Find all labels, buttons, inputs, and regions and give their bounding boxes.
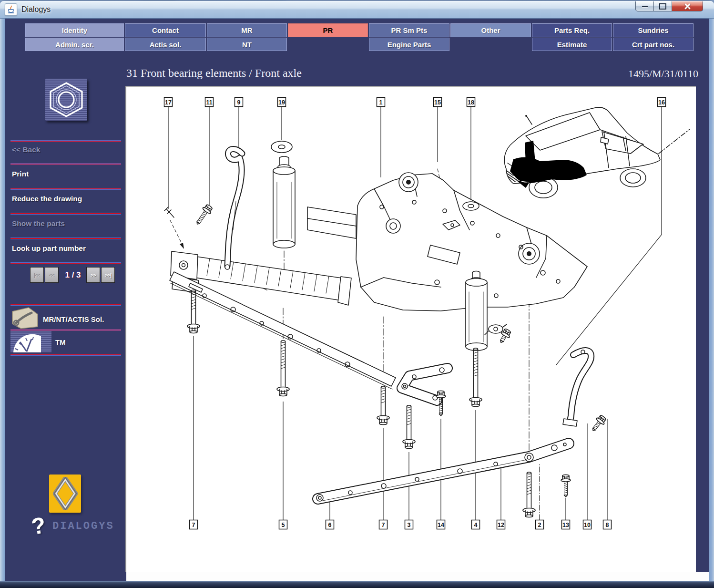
callout-number: 10 — [584, 522, 591, 528]
nut-icon — [45, 79, 87, 121]
tab-engine-parts[interactable]: Engine Parts — [369, 38, 449, 51]
tab-pr[interactable]: PR — [288, 23, 368, 37]
tab-crt-part-nos-[interactable]: Crt part nos. — [613, 38, 694, 51]
app-surface: IdentityContactMRPRPR Sm PtsOtherParts R… — [5, 19, 709, 582]
show-parts-button[interactable]: Show the parts — [12, 219, 122, 228]
window-controls — [635, 1, 703, 11]
callout-number: 17 — [165, 99, 172, 106]
tab-estimate[interactable]: Estimate — [532, 38, 612, 51]
callout-number: 1 — [379, 99, 383, 106]
callout-number: 2 — [538, 522, 541, 528]
minimize-button[interactable] — [635, 1, 654, 11]
titlebar-left: Dialogys — [5, 3, 51, 16]
pagination: |<< << 1 / 3 >> >>| — [30, 267, 116, 283]
callout-number: 4 — [474, 522, 478, 528]
back-button[interactable]: << Back — [12, 145, 122, 154]
divider — [10, 262, 121, 264]
callout-number: 8 — [606, 522, 609, 528]
renault-diamond-icon — [53, 477, 78, 510]
callout-number: 19 — [278, 99, 285, 106]
print-button[interactable]: Print — [12, 170, 122, 178]
push-pin — [164, 207, 184, 249]
help-question-icon: ? — [30, 512, 47, 540]
minimize-icon — [642, 6, 648, 7]
dialogys-wordmark: DIALOGYS — [52, 520, 114, 532]
left-bump-stop — [271, 141, 295, 248]
horizontal-scrollbar[interactable] — [126, 572, 709, 581]
dialogys-window: Dialogys IdentityContactMRPRPR Sm PtsOth… — [0, 1, 714, 588]
callout-number: 12 — [498, 522, 504, 528]
prev-page-button[interactable]: << — [45, 267, 59, 283]
divider — [10, 329, 121, 331]
divider — [10, 354, 121, 356]
right-stay-strap — [563, 350, 591, 426]
tab-actis-sol-[interactable]: Actis sol. — [125, 38, 206, 51]
divider — [10, 304, 121, 306]
callout-number: 9 — [237, 99, 241, 106]
tab-other[interactable]: Other — [450, 23, 531, 37]
divider — [10, 237, 121, 239]
first-page-button[interactable]: |<< — [30, 267, 44, 283]
divider — [10, 140, 121, 142]
next-page-button[interactable]: >> — [86, 267, 100, 283]
callout-number: 5 — [282, 522, 285, 528]
titlebar: Dialogys — [0, 1, 714, 19]
callout-number: 6 — [328, 522, 332, 528]
callout-number: 15 — [434, 99, 441, 106]
car-location-thumbnail — [504, 107, 690, 198]
callout-number: 7 — [192, 522, 195, 528]
maximize-icon — [659, 3, 666, 10]
divider — [10, 163, 121, 165]
gauge-icon — [10, 331, 51, 352]
tm-link[interactable]: TM — [10, 331, 121, 352]
tab-identity[interactable]: Identity — [25, 23, 124, 37]
callout-number: 14 — [438, 522, 444, 528]
window-title: Dialogys — [21, 5, 51, 14]
divider — [10, 188, 121, 190]
link-label: TM — [55, 338, 66, 346]
page-title: 31 Front bearing elements / Front axle — [126, 67, 302, 80]
callout-number: 13 — [562, 522, 569, 528]
reduce-drawing-button[interactable]: Reduce the drawing — [12, 195, 122, 203]
callout-number: 3 — [408, 522, 411, 528]
section-nut-icon[interactable] — [45, 79, 87, 121]
drawing-reference: 1495/M/31/0110 — [628, 68, 698, 80]
drawing-canvas: 171191911518167567314412213108 — [125, 86, 696, 572]
link-label: MR/NT/ACTIS Sol. — [43, 315, 104, 323]
java-app-icon — [5, 3, 17, 16]
page-indicator: 1 / 3 — [60, 270, 86, 280]
close-button[interactable] — [672, 1, 703, 11]
right-bump-stop — [466, 271, 487, 351]
maximize-button[interactable] — [654, 1, 672, 11]
lookup-part-number-button[interactable]: Look up part number — [12, 244, 122, 253]
exploded-parts-drawing: 171191911518167567314412213108 — [126, 87, 696, 572]
manual-wrench-icon — [10, 307, 39, 331]
callout-number: 18 — [468, 99, 474, 106]
tab-mr[interactable]: MR — [207, 23, 287, 37]
tab-contact[interactable]: Contact — [125, 23, 206, 37]
window-frame-right — [709, 19, 714, 582]
tab-pr-sm-pts[interactable]: PR Sm Pts — [369, 23, 449, 37]
callout-number: 16 — [658, 99, 665, 106]
last-page-button[interactable]: >>| — [101, 267, 115, 283]
washer — [463, 202, 479, 210]
callout-number: 11 — [206, 99, 212, 106]
divider — [10, 213, 121, 215]
tab-sundries[interactable]: Sundries — [613, 23, 694, 37]
tab-parts-req-[interactable]: Parts Req. — [532, 23, 612, 37]
mr-nt-actis-link[interactable]: MR/NT/ACTIS Sol. — [10, 307, 121, 331]
window-frame-left — [0, 19, 5, 582]
tab-nt[interactable]: NT — [207, 38, 287, 51]
callout-number: 7 — [382, 522, 385, 528]
stabilizer-link — [225, 149, 242, 269]
tab-admin-scr-[interactable]: Admin. scr. — [25, 38, 124, 51]
renault-logo — [49, 475, 81, 513]
front-extension-beam — [171, 251, 351, 305]
window-frame-bottom — [0, 581, 714, 588]
